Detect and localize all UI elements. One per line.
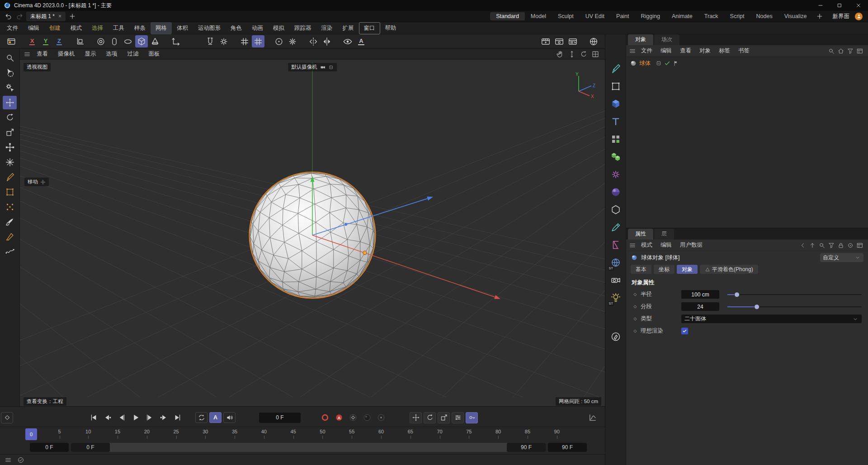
cube-tool[interactable] — [135, 35, 148, 47]
next-key-button[interactable] — [157, 412, 170, 423]
menu-item[interactable]: 工具 — [108, 22, 129, 34]
z-axis-lock-button[interactable]: Z — [53, 35, 66, 47]
layout-item[interactable]: Nodes — [750, 12, 778, 20]
object-manager-menu-item[interactable]: 编辑 — [656, 46, 676, 56]
preset-dropdown[interactable]: 自定义 — [820, 253, 863, 262]
previous-frame-button[interactable] — [115, 412, 127, 423]
viewport-menu-item[interactable]: 显示 — [80, 49, 101, 59]
attribute-tab-chip[interactable]: 基本 — [631, 265, 651, 274]
coordinate-system-button[interactable] — [74, 35, 86, 47]
object-manager-tab[interactable]: 场次 — [654, 34, 679, 45]
layout-item[interactable]: Track — [698, 12, 724, 20]
platonic-icon[interactable] — [608, 202, 623, 217]
snap-button[interactable] — [204, 35, 217, 47]
viewport-menu-icon[interactable] — [24, 51, 31, 58]
object-manager-menu-item[interactable]: 标签 — [715, 46, 734, 56]
attribute-manager-menu-item[interactable]: 模式 — [637, 240, 656, 250]
preview-range-slider[interactable]: 0 F 90 F — [71, 443, 546, 452]
plane-lock-button[interactable] — [183, 35, 196, 47]
playhead[interactable]: 0 — [25, 428, 37, 440]
workplane-button[interactable] — [170, 35, 182, 47]
layout-item[interactable]: Standard — [490, 12, 525, 20]
ring-select-tool[interactable] — [94, 35, 107, 47]
viewport-menu-item[interactable]: 摄像机 — [53, 49, 80, 59]
property-value-input[interactable]: 24 — [681, 302, 719, 311]
deformer-icon[interactable] — [608, 238, 623, 252]
primitive-plane-icon[interactable] — [608, 79, 623, 94]
attribute-manager-menu-icon[interactable] — [629, 242, 636, 249]
record-ball-button[interactable] — [361, 412, 373, 423]
user-avatar-icon[interactable] — [855, 13, 863, 20]
minimize-button[interactable] — [811, 0, 830, 11]
object-manager-menu-item[interactable]: 文件 — [637, 46, 656, 56]
tweak-tool[interactable] — [3, 81, 17, 94]
range-end-handle[interactable]: 90 F — [507, 443, 546, 452]
primitive-cube-icon[interactable] — [608, 97, 623, 111]
record-rotation-toggle[interactable] — [424, 412, 436, 423]
autokey-toggle[interactable]: A — [333, 412, 345, 423]
toggle-views-icon[interactable] — [591, 50, 599, 58]
viewport-zoom-tool[interactable] — [3, 51, 17, 65]
goto-end-button[interactable] — [171, 412, 184, 423]
layout-item[interactable]: Visualize — [778, 12, 813, 20]
slider-knob[interactable] — [754, 304, 760, 310]
viewport-menu-item[interactable]: 过滤 — [123, 49, 144, 59]
loop-playback-toggle[interactable] — [195, 412, 208, 423]
scale-tool[interactable] — [3, 126, 17, 139]
close-button[interactable] — [849, 0, 868, 11]
menu-item[interactable]: 网格 — [151, 22, 172, 34]
goto-start-button[interactable] — [87, 412, 99, 423]
layout-item[interactable]: Model — [525, 12, 552, 20]
grid-snap-button[interactable] — [238, 35, 251, 47]
next-frame-button[interactable] — [143, 412, 156, 423]
attribute-manager-tab[interactable]: 层 — [654, 229, 674, 240]
om-search-icon[interactable] — [828, 47, 835, 55]
render-settings-button[interactable] — [566, 35, 579, 47]
object-manager-tab[interactable]: 对象 — [628, 34, 653, 45]
layout-item[interactable]: Script — [724, 12, 750, 20]
am-focus-icon[interactable] — [847, 242, 854, 249]
attribute-manager-menu-item[interactable]: 编辑 — [656, 240, 676, 250]
sketch-pen-tool[interactable] — [3, 230, 17, 244]
menu-item[interactable]: 文件 — [2, 22, 23, 34]
camera-swap-icon[interactable] — [320, 65, 326, 70]
draw-tablet-icon[interactable] — [608, 329, 623, 344]
disc-tool[interactable] — [122, 35, 134, 47]
viewport-menu-item[interactable]: 面板 — [144, 49, 165, 59]
menu-item[interactable]: 模式 — [66, 22, 87, 34]
menu-item[interactable]: 跟踪器 — [289, 22, 316, 34]
record-keyframe-button[interactable] — [319, 412, 331, 423]
layout-item[interactable]: Paint — [610, 12, 635, 20]
menu-item[interactable]: 动画 — [247, 22, 268, 34]
menu-item[interactable]: 帮助 — [380, 22, 401, 34]
previous-key-button[interactable] — [101, 412, 113, 423]
viewport-menu-item[interactable]: 选项 — [101, 49, 123, 59]
layout-window-icon[interactable] — [5, 35, 18, 47]
add-document-button[interactable] — [68, 12, 76, 20]
status-menu-icon[interactable] — [5, 456, 12, 464]
range-max-field[interactable]: 90 F — [548, 443, 587, 452]
am-back-icon[interactable] — [799, 242, 807, 249]
keyframe-presets-button[interactable] — [347, 412, 359, 423]
solo-eye-button[interactable] — [341, 35, 354, 47]
menu-item[interactable]: 运动图形 — [193, 22, 226, 34]
dolly-view-icon[interactable] — [568, 50, 576, 58]
x-axis-lock-button[interactable]: X — [26, 35, 38, 47]
am-up-icon[interactable] — [809, 242, 816, 249]
menu-item[interactable]: 创建 — [44, 22, 66, 34]
object-name[interactable]: 球体 — [639, 60, 651, 67]
attribute-tab-chip[interactable]: 对象 — [677, 265, 698, 274]
layout-item[interactable]: Rigging — [635, 12, 666, 20]
viewport-menu-item[interactable]: 查看 — [32, 49, 53, 59]
maximize-button[interactable] — [830, 0, 849, 11]
axis-star-tool[interactable] — [3, 155, 17, 169]
enable-check-icon[interactable] — [664, 60, 670, 66]
property-checkbox[interactable] — [681, 328, 688, 334]
menu-item[interactable]: 选择 — [87, 22, 108, 34]
quantize-button[interactable] — [252, 35, 264, 47]
new-interface-label[interactable]: 新界面 — [833, 13, 850, 20]
material-ball-icon[interactable] — [608, 185, 623, 199]
pan-view-icon[interactable] — [556, 50, 564, 58]
layout-item[interactable]: Animate — [666, 12, 698, 20]
symmetry-button[interactable] — [321, 35, 333, 47]
